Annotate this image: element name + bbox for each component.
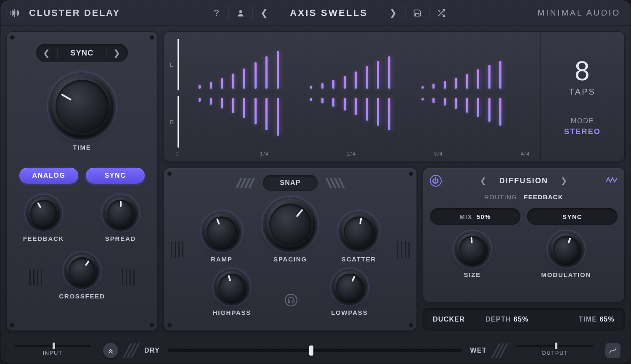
- tap-bar: [210, 98, 212, 105]
- tap-bar: [477, 69, 479, 89]
- stripes-icon: [238, 178, 253, 188]
- effect-power-icon[interactable]: ⏻: [430, 175, 442, 187]
- visualizer-side: 8 TAPS MODE STEREO: [540, 32, 624, 161]
- mix-pill[interactable]: MIX 50%: [430, 208, 520, 225]
- ramp-knob[interactable]: [204, 214, 240, 250]
- scatter-knob[interactable]: [341, 214, 377, 250]
- tap-bar: [310, 98, 312, 101]
- tap-bar: [488, 65, 490, 89]
- shuffle-icon[interactable]: [433, 5, 450, 21]
- cluster-panel: SNAP RAMP SPACING SCATTER: [164, 168, 417, 331]
- size-knob[interactable]: [456, 233, 488, 265]
- time-knob[interactable]: [50, 75, 114, 138]
- bottom-bar: INPUT DRY WET OUTPUT: [0, 337, 631, 364]
- highpass-knob[interactable]: [216, 271, 248, 303]
- tap-bar: [243, 69, 245, 89]
- top-bar: CLUSTER DELAY ? ❮ AXIS SWELLS ❯ MINIMAL …: [0, 0, 631, 26]
- tap-bar: [232, 74, 234, 89]
- preset-prev-icon[interactable]: ❮: [256, 5, 273, 21]
- ducker-depth-value[interactable]: 65%: [514, 316, 529, 323]
- vent-icon: [29, 269, 42, 286]
- tap-bar: [488, 98, 490, 122]
- tap-bar: [221, 98, 223, 108]
- tap-bar: [377, 98, 379, 126]
- routing-label: ROUTING: [484, 193, 517, 200]
- expand-up-icon[interactable]: [103, 343, 118, 358]
- tap-bar: [444, 98, 446, 106]
- stripes-icon: [127, 343, 136, 358]
- vent-icon: [171, 241, 183, 258]
- tap-bar: [355, 98, 357, 115]
- sync-button[interactable]: SYNC: [86, 168, 145, 184]
- dry-label: DRY: [144, 347, 160, 354]
- tap-bar: [466, 74, 468, 89]
- svg-line-3: [438, 10, 440, 12]
- visualizer-axis: 01/42/43/44/4: [170, 150, 540, 161]
- svg-rect-4: [288, 301, 289, 303]
- stripes-icon: [495, 343, 504, 358]
- mode-value[interactable]: STEREO: [564, 127, 601, 136]
- crossfeed-knob[interactable]: [66, 255, 98, 287]
- modulation-label: MODULATION: [541, 271, 591, 278]
- spacing-knob[interactable]: [265, 199, 316, 250]
- effect-sync-pill[interactable]: SYNC: [527, 208, 618, 225]
- headphone-icon[interactable]: [285, 294, 297, 306]
- help-icon[interactable]: ?: [208, 5, 225, 21]
- effect-prev-icon[interactable]: ❮: [480, 176, 487, 185]
- wet-label: WET: [470, 347, 487, 354]
- crossfeed-label: CROSSFEED: [59, 293, 105, 300]
- effect-panel: ⏻ ❮ DIFFUSION ❯ ROUTING FEEDBACK: [423, 168, 625, 302]
- brand-label: MINIMAL AUDIO: [538, 8, 620, 18]
- save-icon[interactable]: [409, 5, 426, 21]
- snap-button[interactable]: SNAP: [263, 175, 318, 191]
- spacing-label: SPACING: [273, 256, 307, 263]
- tap-bar: [199, 85, 201, 89]
- highpass-label: HIGHPASS: [213, 309, 252, 316]
- ducker-label[interactable]: DUCKER: [433, 316, 465, 323]
- visualizer-panel: L R 01/42/43/44/4 8 TAPS MODE STEREO: [164, 32, 625, 162]
- feedback-knob[interactable]: [28, 197, 60, 229]
- user-icon[interactable]: [232, 5, 249, 21]
- time-knob-label: TIME: [73, 144, 91, 151]
- ducker-time-value[interactable]: 65%: [599, 316, 615, 323]
- tap-bar: [332, 80, 334, 89]
- analog-button[interactable]: ANALOG: [19, 168, 78, 184]
- taps-count[interactable]: 8: [575, 58, 590, 84]
- modulation-knob[interactable]: [550, 233, 582, 265]
- lowpass-knob[interactable]: [334, 271, 366, 303]
- preset-next-icon[interactable]: ❯: [385, 5, 402, 21]
- drywet-slider[interactable]: [168, 349, 462, 352]
- tap-bar: [388, 98, 390, 130]
- logo-icon: [11, 9, 23, 17]
- time-mode-selector[interactable]: ❮ SYNC ❯: [36, 44, 127, 62]
- tap-bar: [255, 98, 257, 124]
- tap-bar: [388, 56, 390, 89]
- tap-bar: [366, 66, 368, 89]
- effect-wave-icon[interactable]: [606, 176, 618, 186]
- time-mode-next-icon[interactable]: ❯: [107, 48, 128, 58]
- routing-value[interactable]: FEEDBACK: [524, 193, 563, 200]
- tap-bar: [321, 83, 323, 89]
- spread-knob[interactable]: [105, 197, 137, 229]
- tap-bar: [332, 98, 334, 107]
- tap-bar: [344, 76, 346, 89]
- preset-name[interactable]: AXIS SWELLS: [273, 8, 384, 18]
- input-slider[interactable]: INPUT: [11, 345, 95, 356]
- tap-bar: [377, 61, 379, 89]
- visualizer-r[interactable]: [178, 93, 540, 150]
- time-mode-label: SYNC: [57, 49, 106, 58]
- visualizer-l[interactable]: [178, 36, 540, 93]
- output-slider[interactable]: OUTPUT: [513, 345, 597, 356]
- tap-bar: [499, 61, 501, 89]
- ducker-bar: DUCKER DEPTH65% TIME65%: [423, 308, 625, 331]
- axis-tick: 4/4: [521, 150, 530, 157]
- tap-bar: [466, 98, 468, 113]
- effect-next-icon[interactable]: ❯: [561, 176, 567, 185]
- main-area: ❮ SYNC ❯ TIME ANALOG SYNC FEEDBACK: [0, 26, 631, 337]
- tap-bar: [221, 78, 223, 89]
- size-label: SIZE: [464, 271, 481, 278]
- time-mode-prev-icon[interactable]: ❮: [36, 48, 57, 58]
- effect-name[interactable]: DIFFUSION: [499, 177, 548, 185]
- channel-r-label: R: [170, 119, 178, 125]
- curve-icon[interactable]: [605, 343, 620, 358]
